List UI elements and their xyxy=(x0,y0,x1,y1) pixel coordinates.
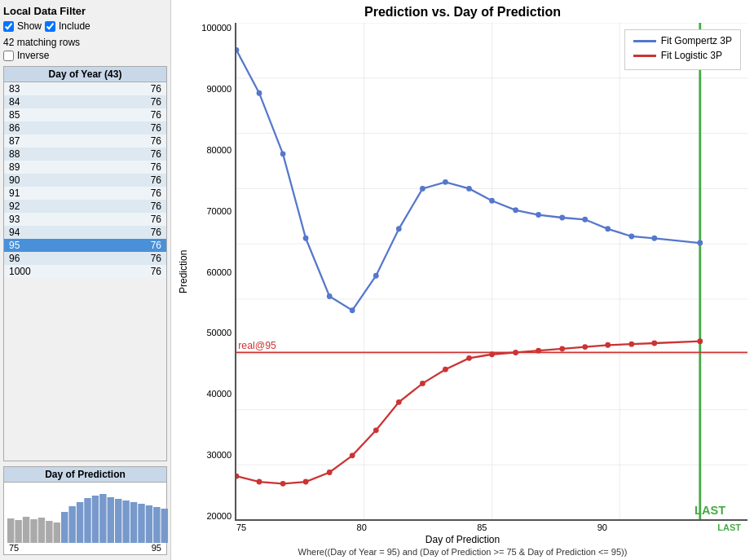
show-include-row: Show Include xyxy=(3,20,167,32)
chart-area: Prediction 10000090000800007000060000500… xyxy=(178,23,747,557)
day-of-year-row[interactable]: 8976 xyxy=(4,161,166,174)
day-of-year-header: Day of Year (43) xyxy=(3,66,167,82)
x-tick: LAST xyxy=(717,523,741,532)
show-label: Show xyxy=(17,20,42,32)
day-of-year-row[interactable]: 9476 xyxy=(4,226,166,239)
svg-point-38 xyxy=(697,240,703,246)
legend-label-gompertz: Fit Gompertz 3P xyxy=(661,35,732,46)
y-tick: 100000 xyxy=(201,23,231,33)
svg-point-42 xyxy=(303,479,309,485)
dop-header: Day of Prediction xyxy=(3,466,167,483)
day-of-year-row[interactable]: 9076 xyxy=(4,174,166,187)
right-panel: Prediction vs. Day of Prediction Predict… xyxy=(171,0,754,560)
y-tick: 30000 xyxy=(206,450,231,460)
day-of-year-row[interactable]: 9176 xyxy=(4,187,166,200)
svg-point-48 xyxy=(443,367,448,373)
day-of-year-row[interactable]: 100076 xyxy=(4,265,166,278)
x-tick: 85 xyxy=(477,523,487,532)
svg-point-39 xyxy=(236,474,239,479)
svg-point-29 xyxy=(466,186,472,192)
svg-point-51 xyxy=(513,350,518,355)
y-axis-label: Prediction xyxy=(178,23,192,521)
y-tick: 80000 xyxy=(206,145,231,155)
svg-point-49 xyxy=(466,355,472,361)
legend: Fit Gompertz 3P Fit Logistic 3P xyxy=(624,29,741,70)
dop-histogram xyxy=(7,486,169,543)
legend-line-red xyxy=(633,55,656,57)
svg-point-21 xyxy=(280,151,286,157)
svg-point-23 xyxy=(327,293,333,299)
show-checkbox[interactable] xyxy=(3,21,14,32)
svg-point-34 xyxy=(582,217,588,223)
svg-point-25 xyxy=(373,273,379,279)
chart-footer: Where((Day of Year = 95) and (Day of Pre… xyxy=(178,547,747,557)
x-tick: 75 xyxy=(236,523,246,532)
y-tick: 20000 xyxy=(206,511,231,521)
main-chart-svg: LAST real@95 xyxy=(236,23,747,519)
day-of-year-row[interactable]: 8776 xyxy=(4,134,166,148)
svg-point-22 xyxy=(303,236,309,241)
svg-text:real@95: real@95 xyxy=(238,340,276,351)
svg-point-56 xyxy=(628,342,634,347)
dop-axis-right: 95 xyxy=(152,543,161,553)
svg-point-50 xyxy=(489,351,495,357)
matching-rows: 42 matching rows xyxy=(3,37,167,48)
day-of-year-row[interactable]: 9576 xyxy=(4,239,166,252)
svg-point-52 xyxy=(536,348,541,354)
svg-point-54 xyxy=(582,344,588,350)
svg-point-20 xyxy=(257,90,262,96)
svg-point-27 xyxy=(420,186,426,192)
svg-point-33 xyxy=(559,215,565,221)
day-of-year-row[interactable]: 8576 xyxy=(4,108,166,121)
day-of-year-row[interactable]: 8476 xyxy=(4,95,166,108)
day-of-year-row[interactable]: 8376 xyxy=(4,82,166,95)
left-panel: Local Data Filter Show Include 42 matchi… xyxy=(0,0,171,560)
chart-with-axes: Prediction 10000090000800007000060000500… xyxy=(178,23,747,521)
svg-point-24 xyxy=(350,307,355,313)
dop-section: Day of Prediction 75 95 xyxy=(3,466,167,555)
svg-point-19 xyxy=(236,47,239,53)
legend-item-logistic: Fit Logistic 3P xyxy=(633,50,732,61)
svg-point-32 xyxy=(536,212,541,218)
dop-axis-left: 75 xyxy=(9,543,19,553)
y-tick: 50000 xyxy=(206,328,231,337)
svg-point-44 xyxy=(350,452,355,458)
day-of-year-row[interactable]: 8676 xyxy=(4,121,166,134)
svg-point-47 xyxy=(420,381,426,386)
svg-point-31 xyxy=(513,207,518,213)
day-of-year-row[interactable]: 8876 xyxy=(4,148,166,161)
chart-title: Prediction vs. Day of Prediction xyxy=(178,5,747,20)
include-checkbox[interactable] xyxy=(45,21,55,32)
include-label: Include xyxy=(59,20,90,32)
day-of-year-list: 8376847685768676877688768976907691769276… xyxy=(3,82,167,461)
y-tick: 70000 xyxy=(206,206,231,216)
day-of-year-row[interactable]: 9376 xyxy=(4,213,166,226)
y-axis-ticks: 1000009000080000700006000050000400003000… xyxy=(192,23,235,521)
legend-item-gompertz: Fit Gompertz 3P xyxy=(633,35,732,46)
svg-point-35 xyxy=(605,226,611,231)
svg-point-46 xyxy=(396,399,402,405)
day-of-year-row[interactable]: 9276 xyxy=(4,200,166,213)
svg-text:LAST: LAST xyxy=(694,504,725,517)
inverse-row: Inverse xyxy=(3,50,167,61)
svg-point-30 xyxy=(489,198,495,204)
inverse-checkbox[interactable] xyxy=(3,51,14,61)
chart-plot: LAST real@95 xyxy=(235,23,747,521)
dop-axis: 75 95 xyxy=(7,543,163,553)
svg-point-45 xyxy=(373,427,379,433)
svg-point-57 xyxy=(651,341,657,346)
svg-point-40 xyxy=(257,479,262,485)
svg-point-36 xyxy=(628,234,634,240)
y-tick: 40000 xyxy=(206,389,231,399)
legend-label-logistic: Fit Logistic 3P xyxy=(661,50,722,61)
filter-title: Local Data Filter xyxy=(3,5,167,17)
svg-point-43 xyxy=(327,470,333,475)
inverse-label: Inverse xyxy=(17,50,49,61)
x-tick: 90 xyxy=(597,523,607,532)
y-tick: 60000 xyxy=(206,267,231,277)
y-tick: 90000 xyxy=(206,84,231,94)
day-of-year-row[interactable]: 9676 xyxy=(4,252,166,265)
svg-point-28 xyxy=(443,179,448,185)
x-axis-label: Day of Prediction xyxy=(178,534,747,545)
svg-point-26 xyxy=(396,226,402,231)
